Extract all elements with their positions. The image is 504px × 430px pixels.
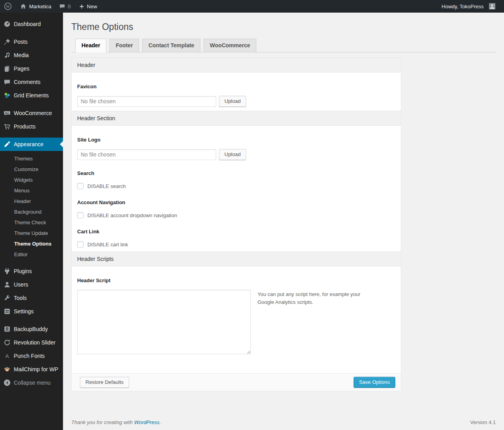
sidebar-item-pages[interactable]: Pages [0, 62, 63, 75]
submenu-item-theme-update[interactable]: Theme Update [0, 228, 63, 238]
avatar [489, 3, 495, 9]
dashboard-icon [0, 20, 14, 28]
backupbuddy-icon [0, 325, 14, 333]
submenu-item-themes[interactable]: Themes [0, 153, 63, 164]
letter-a-icon: A [0, 352, 14, 360]
tab-contact-template[interactable]: Contact Template [142, 39, 200, 52]
sidebar-item-label: Tools [14, 295, 27, 301]
site-logo-upload-button[interactable]: Upload [219, 149, 246, 160]
disable-account-nav-label: DISABLE account dropdown navigation [87, 212, 177, 218]
sidebar-item-products[interactable]: Products [0, 120, 63, 133]
sidebar-item-punch-fonts[interactable]: A Punch Fonts [0, 349, 63, 363]
submenu-item-background[interactable]: Background [0, 207, 63, 217]
header-script-textarea[interactable] [77, 290, 251, 354]
wordpress-link[interactable]: WordPress. [134, 419, 161, 425]
sidebar-item-settings[interactable]: Settings [0, 305, 63, 318]
sidebar-item-label: Settings [14, 308, 34, 315]
sidebar-item-label: Punch Fonts [14, 353, 45, 359]
sidebar-item-label: WooCommerce [14, 110, 52, 116]
sidebar-item-label: Dashboard [14, 21, 41, 27]
site-logo-label: Site Logo [77, 137, 395, 143]
comments-icon [0, 78, 14, 86]
save-options-button[interactable]: Save Options [354, 377, 395, 388]
tab-footer[interactable]: Footer [109, 39, 139, 52]
posts-pin-icon [0, 38, 14, 46]
submenu-item-theme-options[interactable]: Theme Options [0, 238, 63, 249]
disable-search-row: DISABLE search [77, 183, 395, 189]
section-header-scripts: Header Scripts [72, 251, 401, 266]
menu-separator [0, 133, 63, 138]
wordpress-logo-icon: W [4, 2, 12, 10]
submenu-item-editor[interactable]: Editor [0, 249, 63, 260]
header-section-fields: Site Logo Upload Search DISABLE search A… [72, 126, 401, 251]
site-name-label: Marketica [29, 4, 51, 9]
sidebar-item-label: Products [14, 123, 35, 130]
page-footer: Thank you for creating with WordPress. V… [71, 419, 496, 425]
theme-options-panel: Header Favicon Upload Header Section Sit… [71, 58, 401, 391]
appearance-submenu: Themes Customize Widgets Menus Header Ba… [0, 151, 63, 264]
sidebar-item-label: Media [14, 52, 29, 58]
media-icon [0, 51, 14, 59]
sidebar-item-grid-elements[interactable]: Grid Elements [0, 89, 63, 102]
footer-version: Version 4.1 [470, 419, 496, 425]
submenu-item-widgets[interactable]: Widgets [0, 175, 63, 185]
account-navigation-label: Account Navigation [77, 199, 395, 205]
sidebar-item-mailchimp[interactable]: MailChimp for WP [0, 363, 63, 376]
sidebar-item-users[interactable]: Users [0, 278, 63, 291]
sidebar-item-label: Grid Elements [14, 92, 49, 99]
settings-sliders-icon [0, 307, 14, 315]
wordpress-logo-menu[interactable]: W [0, 0, 16, 13]
disable-cart-link-checkbox[interactable] [77, 241, 83, 248]
restore-defaults-button[interactable]: Restore Defaults [80, 377, 129, 388]
search-label: Search [77, 170, 395, 176]
section-header-section: Header Section [72, 111, 401, 126]
sidebar-item-backupbuddy[interactable]: BackupBuddy [0, 322, 63, 336]
menu-separator [0, 318, 63, 322]
sidebar-item-tools[interactable]: Tools [0, 291, 63, 305]
collapse-arrow-icon [0, 379, 14, 387]
account-menu[interactable]: Howdy, TokoPress [435, 0, 504, 13]
submenu-item-header[interactable]: Header [0, 196, 63, 207]
new-label: New [87, 4, 97, 9]
favicon-upload-button[interactable]: Upload [219, 96, 246, 107]
header-fields: Favicon Upload [72, 73, 401, 111]
sidebar-item-label: Plugins [14, 268, 32, 274]
collapse-menu-button[interactable]: Collapse menu [0, 376, 63, 389]
submenu-item-theme-check[interactable]: Theme Check [0, 217, 63, 228]
collapse-menu-label: Collapse menu [14, 380, 50, 386]
tab-woocommerce[interactable]: WooCommerce [204, 39, 256, 52]
tab-header[interactable]: Header [75, 39, 106, 52]
disable-cart-link-row: DISABLE cart link [77, 241, 395, 248]
sidebar-item-label: Revolution Slider [14, 339, 56, 346]
sidebar-item-appearance[interactable]: Appearance [0, 138, 63, 151]
sidebar-item-plugins[interactable]: Plugins [0, 264, 63, 278]
sidebar-item-woocommerce[interactable]: Woo WooCommerce [0, 106, 63, 120]
sidebar-item-revolution-slider[interactable]: Revolution Slider [0, 336, 63, 349]
appearance-brush-icon [0, 140, 14, 148]
submenu-item-customize[interactable]: Customize [0, 164, 63, 175]
header-script-label: Header Script [77, 277, 395, 283]
sidebar-item-label: BackupBuddy [14, 326, 48, 332]
footer-thanks: Thank you for creating with WordPress. [71, 419, 161, 425]
sidebar-item-dashboard[interactable]: Dashboard [0, 17, 63, 31]
comments-menu[interactable]: 0 [55, 0, 74, 13]
sidebar-item-media[interactable]: Media [0, 48, 63, 62]
disable-account-nav-checkbox[interactable] [77, 212, 83, 218]
submenu-item-menus[interactable]: Menus [0, 185, 63, 196]
sidebar-item-label: Comments [14, 79, 41, 85]
favicon-file-input[interactable] [77, 96, 216, 107]
new-content-menu[interactable]: New [75, 0, 101, 13]
plugins-icon [0, 267, 14, 275]
site-logo-file-input[interactable] [77, 149, 216, 160]
sidebar-item-comments[interactable]: Comments [0, 75, 63, 89]
favicon-label: Favicon [77, 84, 395, 89]
footer-thanks-text: Thank you for creating with [71, 419, 133, 425]
svg-text:Woo: Woo [5, 112, 9, 114]
wrench-icon [0, 294, 14, 302]
svg-text:W: W [6, 4, 10, 9]
howdy-label: Howdy, TokoPress [439, 4, 487, 9]
sidebar-item-posts[interactable]: Posts [0, 35, 63, 48]
site-name-menu[interactable]: Marketica [16, 0, 55, 13]
sidebar-item-label: Posts [14, 39, 28, 45]
disable-search-checkbox[interactable] [77, 183, 83, 189]
